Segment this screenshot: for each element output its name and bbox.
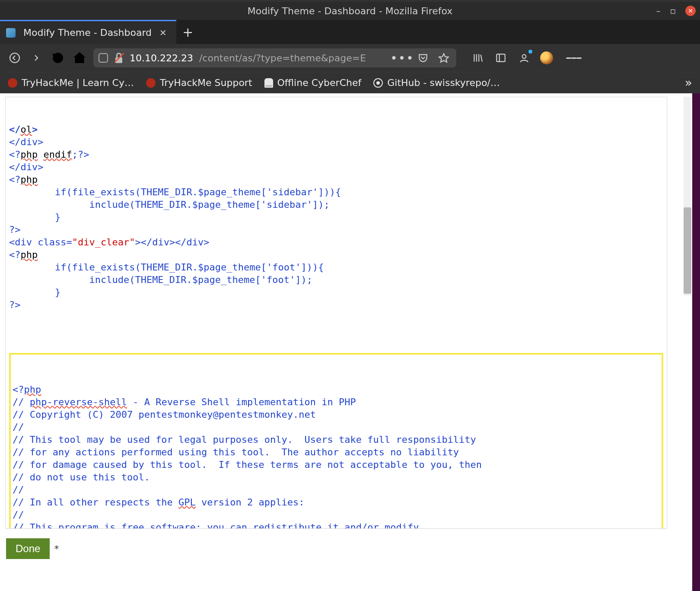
insecure-lock-icon[interactable] [114, 53, 124, 63]
forward-button[interactable] [29, 50, 44, 66]
bookmark-cyberchef[interactable]: Offline CyberChef [264, 77, 362, 88]
home-button[interactable] [72, 50, 87, 66]
desktop-right-strip [692, 93, 700, 591]
svg-point-8 [522, 54, 526, 58]
url-bar[interactable]: 10.10.222.23/content/as/?type=theme&page… [93, 48, 456, 67]
bookmarks-overflow-icon[interactable]: » [685, 76, 692, 90]
browser-tab-active[interactable]: Modify Theme - Dashboard ✕ [0, 20, 176, 44]
svg-marker-1 [439, 54, 449, 62]
window-title: Modify Theme - Dashboard - Mozilla Firef… [248, 6, 453, 16]
back-button[interactable] [7, 50, 22, 66]
bookmark-label: TryHackMe Support [160, 77, 252, 88]
window-minimize-icon[interactable]: – [656, 6, 660, 16]
injected-shell-highlight: <?php// php-reverse-shell - A Reverse Sh… [9, 353, 663, 529]
code-shell-block: <?php// php-reverse-shell - A Reverse Sh… [13, 383, 659, 529]
theme-code-editor[interactable]: </ol></div><?php endif;?></div><?php if(… [5, 97, 667, 529]
bookmark-tryhackme-learn[interactable]: TryHackMe | Learn Cy… [8, 77, 134, 88]
scrollbar-thumb[interactable] [684, 207, 691, 294]
svg-line-5 [481, 54, 482, 61]
extension-icon[interactable] [540, 51, 553, 64]
tracking-shield-icon[interactable] [99, 53, 108, 63]
bookmark-label: Offline CyberChef [277, 77, 362, 88]
url-more-icon[interactable]: ••• [395, 51, 410, 65]
tab-close-icon[interactable]: ✕ [159, 28, 167, 38]
bookmark-icon [264, 78, 273, 88]
tab-favicon [6, 28, 16, 38]
window-close-icon[interactable]: ✕ [685, 6, 696, 16]
bookmarks-toolbar: TryHackMe | Learn Cy… TryHackMe Support … [0, 72, 700, 93]
bookmark-label: TryHackMe | Learn Cy… [22, 77, 134, 88]
app-menu-button[interactable] [566, 50, 582, 66]
page-content: </ol></div><?php endif;?></div><?php if(… [0, 93, 700, 591]
window-titlebar: Modify Theme - Dashboard - Mozilla Firef… [0, 0, 700, 20]
bookmark-github-swisskyrepo[interactable]: GitHub - swisskyrepo/… [373, 77, 500, 88]
bookmark-star-icon[interactable] [436, 51, 451, 65]
window-maximize-icon[interactable]: ▫ [670, 6, 676, 16]
code-upper-block: </ol></div><?php endif;?></div><?php if(… [9, 123, 663, 311]
reload-button[interactable] [50, 50, 66, 66]
new-tab-button[interactable]: + [176, 20, 200, 44]
svg-point-0 [10, 53, 19, 63]
account-icon[interactable] [517, 51, 531, 65]
sidebar-icon[interactable] [493, 51, 508, 65]
required-marker: * [54, 543, 59, 554]
svg-rect-6 [496, 54, 505, 61]
bookmark-tryhackme-support[interactable]: TryHackMe Support [146, 77, 252, 88]
url-host: 10.10.222.23 [130, 53, 193, 64]
tab-title: Modify Theme - Dashboard [23, 27, 152, 38]
bookmark-label: GitHub - swisskyrepo/… [387, 77, 500, 88]
done-button[interactable]: Done [6, 538, 50, 559]
nav-toolbar: 10.10.222.23/content/as/?type=theme&page… [0, 44, 700, 72]
reader-pocket-icon[interactable] [416, 51, 430, 65]
url-path: /content/as/?type=theme&page=E [199, 53, 366, 64]
bookmark-icon [146, 78, 156, 88]
bookmark-icon [8, 78, 17, 88]
tab-strip: Modify Theme - Dashboard ✕ + [0, 20, 700, 44]
library-icon[interactable] [470, 51, 485, 65]
bookmark-icon [373, 78, 383, 88]
